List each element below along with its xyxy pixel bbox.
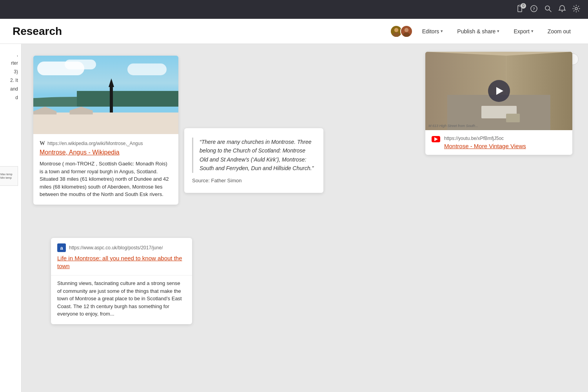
- svg-point-7: [575, 7, 577, 10]
- wiki-church-spire: [109, 78, 114, 87]
- aspc-logo: a: [57, 243, 66, 252]
- sidebar-preview-line-1: Max temp: [0, 173, 16, 176]
- yt-title-link[interactable]: Montrose - More Vintage Views: [444, 143, 566, 149]
- sidebar-preview-card: Max temp Min temp: [0, 166, 18, 186]
- svg-text:?: ?: [533, 6, 535, 11]
- bell-icon[interactable]: [558, 5, 566, 15]
- clipboard-badge: 0: [521, 3, 526, 9]
- editors-label: Editors: [422, 28, 439, 34]
- aspc-card-top: a https://www.aspc.co.uk/blog/posts/2017…: [51, 238, 192, 276]
- wiki-image: [33, 56, 178, 134]
- editor-avatars: [390, 25, 413, 38]
- svg-point-4: [545, 6, 550, 10]
- sidebar-preview-line-2: Min temp: [0, 176, 16, 179]
- svg-point-10: [405, 28, 409, 32]
- publish-chevron: ▾: [497, 29, 499, 34]
- yt-image-caption: M 613 High Street from South...: [428, 124, 478, 128]
- youtube-card: M 613 High Street from South... https://…: [425, 52, 572, 155]
- wiki-url: https://en.wikipedia.org/wiki/Montrose,_…: [47, 141, 143, 146]
- quote-source: Source: Father Simon: [192, 178, 314, 183]
- sidebar-text-4: 2. It: [10, 78, 18, 83]
- wiki-card-body: W https://en.wikipedia.org/wiki/Montrose…: [33, 134, 178, 205]
- wiki-w-letter: W: [40, 140, 45, 147]
- yt-info: https://youtu.be/xPfBmfjJ5oc Montrose - …: [444, 136, 566, 149]
- svg-point-6: [562, 11, 563, 12]
- export-chevron: ▾: [531, 29, 534, 34]
- aspc-source-line: a https://www.aspc.co.uk/blog/posts/2017…: [57, 243, 186, 252]
- aspc-url: https://www.aspc.co.uk/blog/posts/2017/j…: [69, 245, 163, 250]
- publish-button[interactable]: Publish & share ▾: [452, 26, 504, 37]
- editors-chevron: ▾: [441, 29, 443, 34]
- page-title: Research: [13, 25, 382, 38]
- export-label: Export: [514, 28, 529, 34]
- avatar-2: [400, 25, 413, 38]
- yt-car: [506, 114, 520, 122]
- svg-point-8: [394, 28, 399, 32]
- svg-point-9: [393, 32, 400, 37]
- yt-url: https://youtu.be/xPfBmfjJ5oc: [444, 136, 566, 141]
- wiki-cloud-2: [65, 60, 96, 69]
- sidebar-text-3: 3): [14, 69, 18, 74]
- wiki-foreground: [33, 113, 178, 134]
- quote-source-label: Source:: [192, 178, 210, 183]
- quote-card: “There are many churches in Montrose. Th…: [184, 128, 323, 193]
- help-icon[interactable]: ?: [530, 5, 538, 15]
- svg-line-5: [549, 10, 551, 12]
- topbar: 0 ?: [0, 0, 588, 19]
- sidebar-text-2: rter: [11, 60, 18, 66]
- zoom-out-label: Zoom out: [548, 28, 571, 34]
- youtube-logo: [432, 136, 440, 142]
- quote-block: “There are many churches in Montrose. Th…: [192, 138, 314, 173]
- settings-icon[interactable]: [572, 5, 580, 15]
- quote-text: “There are many churches in Montrose. Th…: [200, 138, 314, 173]
- export-button[interactable]: Export ▾: [509, 26, 538, 37]
- wiki-description: Montrose ( mon-TROHZ , Scottish Gaelic: …: [40, 160, 172, 198]
- wiki-church-tower: [110, 86, 113, 115]
- search-icon[interactable]: [544, 5, 552, 15]
- editors-button[interactable]: Editors ▾: [417, 26, 448, 37]
- clipboard-icon[interactable]: 0: [516, 5, 524, 15]
- yt-play-icon: [496, 87, 503, 95]
- yt-card-body: https://youtu.be/xPfBmfjJ5oc Montrose - …: [425, 130, 572, 155]
- publish-label: Publish & share: [457, 28, 495, 34]
- wiki-cloud-3: [127, 64, 167, 75]
- main-canvas: 0 Unsorted , rter 3) 2. It and d Max tem…: [0, 44, 588, 392]
- aspc-card: a https://www.aspc.co.uk/blog/posts/2017…: [51, 238, 192, 324]
- wiki-source-line: W https://en.wikipedia.org/wiki/Montrose…: [40, 140, 172, 147]
- bottom-fade: [22, 361, 588, 392]
- zoom-out-button[interactable]: Zoom out: [543, 26, 575, 37]
- header-controls: Editors ▾ Publish & share ▾ Export ▾ Zoo…: [390, 25, 575, 38]
- sidebar-text-6: d: [15, 95, 18, 100]
- yt-thumbnail: M 613 High Street from South...: [425, 52, 572, 130]
- yt-play-button[interactable]: [488, 80, 510, 102]
- aspc-title-link[interactable]: Life in Montrose: all you need to know a…: [57, 254, 186, 270]
- yt-logo-play: [434, 137, 438, 141]
- sidebar-panel: , rter 3) 2. It and d Max temp Min temp: [0, 44, 22, 392]
- wiki-hill-2: [77, 91, 178, 107]
- sidebar-text-5: and: [10, 86, 18, 92]
- avatar-image-2: [401, 26, 412, 37]
- svg-point-11: [403, 32, 410, 37]
- wikipedia-card: W https://en.wikipedia.org/wiki/Montrose…: [33, 56, 178, 205]
- aspc-description: Stunning views, fascinating culture and …: [51, 276, 192, 318]
- wiki-title-link[interactable]: Montrose, Angus - Wikipedia: [40, 149, 172, 156]
- header: Research Editors: [0, 19, 588, 44]
- sidebar-text-1: ,: [17, 52, 18, 57]
- quote-source-name: Father Simon: [211, 178, 241, 183]
